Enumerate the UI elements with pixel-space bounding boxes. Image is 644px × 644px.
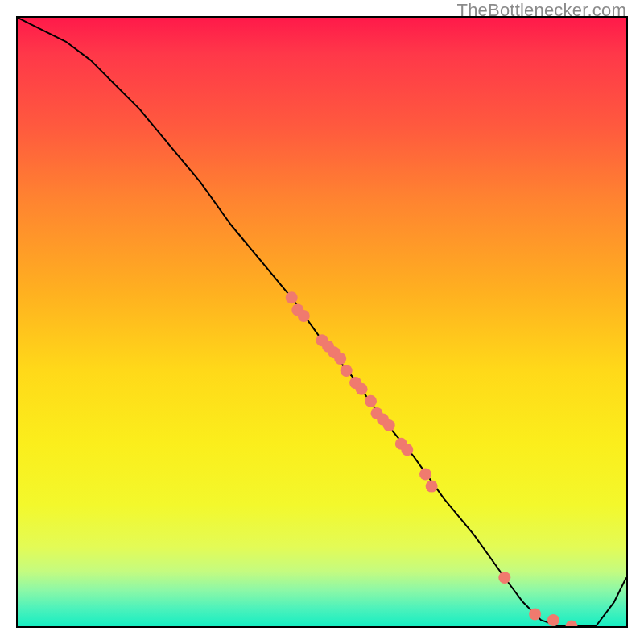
data-point xyxy=(286,291,298,303)
bottleneck-chart: TheBottlenecker.com xyxy=(0,0,644,644)
data-point xyxy=(426,481,438,493)
data-point xyxy=(401,444,413,456)
data-point xyxy=(383,419,395,431)
plot-area xyxy=(16,16,628,628)
data-point xyxy=(341,365,353,377)
chart-svg xyxy=(18,18,626,626)
data-point xyxy=(529,608,541,620)
scatter-points xyxy=(286,291,578,626)
data-point xyxy=(547,614,559,626)
data-point xyxy=(566,621,578,627)
data-point xyxy=(365,395,377,407)
bottleneck-curve-line xyxy=(18,18,626,626)
data-point xyxy=(298,310,310,322)
data-point xyxy=(356,383,368,395)
data-point xyxy=(498,572,510,584)
data-point xyxy=(334,353,346,365)
data-point xyxy=(419,469,431,481)
